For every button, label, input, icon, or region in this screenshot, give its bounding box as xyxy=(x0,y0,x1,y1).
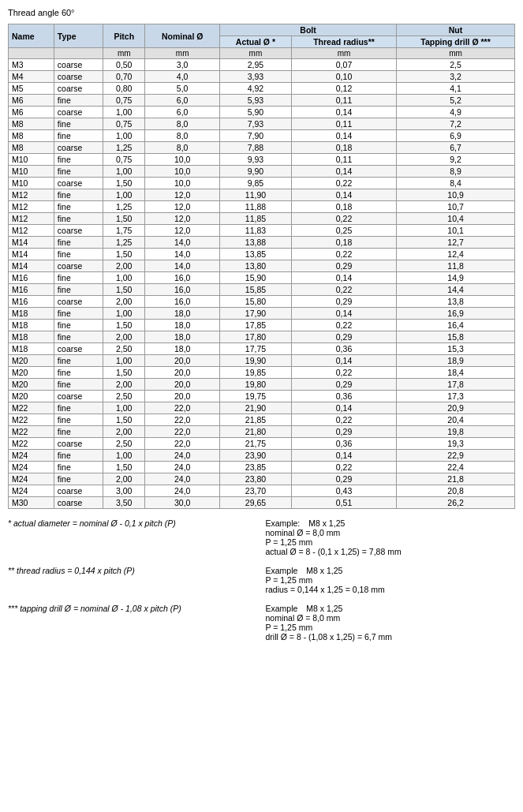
bolt-header: Bolt xyxy=(219,24,396,36)
table-row: M5coarse0,805,04,920,124,1 xyxy=(9,83,515,95)
unit-pitch: mm xyxy=(103,48,145,59)
table-row: M22fine2,0022,021,800,2919,8 xyxy=(9,426,515,438)
table-row: M12coarse1,7512,011,830,2510,1 xyxy=(9,225,515,237)
table-row: M18fine2,0018,017,800,2915,8 xyxy=(9,331,515,343)
fn1-text: * actual diameter = nominal Ø - 0,1 x pi… xyxy=(8,518,176,528)
table-row: M20fine1,5020,019,850,2218,4 xyxy=(9,367,515,379)
table-row: M10fine1,0010,09,900,148,9 xyxy=(9,166,515,178)
col-header-pitch: Pitch xyxy=(103,24,145,48)
unit-type xyxy=(54,48,103,59)
table-row: M18fine1,0018,017,900,1416,9 xyxy=(9,308,515,320)
unit-radius: mm xyxy=(291,48,396,59)
fn3-example-label: Example xyxy=(266,604,298,613)
table-row: M16fine1,5016,015,850,2214,4 xyxy=(9,284,515,296)
footnote-1: * actual diameter = nominal Ø - 0,1 x pi… xyxy=(8,518,515,556)
col-header-tapping: Tapping drill Ø *** xyxy=(397,36,515,48)
col-header-name: Name xyxy=(9,24,54,48)
table-row: M22coarse2,5022,021,750,3619,3 xyxy=(9,438,515,450)
unit-name xyxy=(9,48,54,59)
table-row: M12fine1,5012,011,850,2210,4 xyxy=(9,213,515,225)
table-row: M12fine1,2512,011,880,1810,7 xyxy=(9,201,515,213)
table-row: M20fine1,0020,019,900,1418,9 xyxy=(9,355,515,367)
table-row: M16coarse2,0016,015,800,2913,8 xyxy=(9,296,515,308)
table-row: M22fine1,5022,021,850,2220,4 xyxy=(9,414,515,426)
table-row: M18coarse2,5018,017,750,3615,3 xyxy=(9,343,515,355)
table-row: M6fine0,756,05,930,115,2 xyxy=(9,95,515,107)
footnote-2: ** thread radius = 0,144 x pitch (P) Exa… xyxy=(8,566,515,594)
table-row: M8coarse1,258,07,880,186,7 xyxy=(9,142,515,154)
fn1-example-label: Example: xyxy=(266,518,301,528)
nut-header: Nut xyxy=(397,24,515,36)
table-row: M24fine1,5024,023,850,2222,4 xyxy=(9,462,515,473)
thread-angle: Thread angle 60° xyxy=(8,8,515,17)
col-header-nominal: Nominal Ø xyxy=(145,24,220,48)
col-header-thread-radius: Thread radius** xyxy=(291,36,396,48)
unit-actual: mm xyxy=(219,48,291,59)
table-row: M20fine2,0020,019,800,2917,8 xyxy=(9,379,515,391)
table-row: M8fine0,758,07,930,117,2 xyxy=(9,118,515,130)
table-row: M14fine1,2514,013,880,1812,7 xyxy=(9,237,515,249)
table-row: M14fine1,5014,013,850,2212,4 xyxy=(9,249,515,260)
col-header-actual: Actual Ø * xyxy=(219,36,291,48)
table-row: M18fine1,5018,017,850,2216,4 xyxy=(9,320,515,331)
table-row: M16fine1,0016,015,900,1414,9 xyxy=(9,272,515,284)
table-row: M22fine1,0022,021,900,1420,9 xyxy=(9,402,515,414)
table-row: M24fine2,0024,023,800,2921,8 xyxy=(9,473,515,485)
fn2-example-label: Example xyxy=(266,566,298,575)
table-row: M10fine0,7510,09,930,119,2 xyxy=(9,154,515,166)
table-row: M24coarse3,0024,023,700,4320,8 xyxy=(9,485,515,497)
table-row: M6coarse1,006,05,900,144,9 xyxy=(9,107,515,118)
footnotes: * actual diameter = nominal Ø - 0,1 x pi… xyxy=(8,518,515,642)
col-header-type: Type xyxy=(54,24,103,48)
table-row: M10coarse1,5010,09,850,228,4 xyxy=(9,178,515,189)
footnote-3: *** tapping drill Ø = nominal Ø - 1,08 x… xyxy=(8,604,515,642)
table-row: M12fine1,0012,011,900,1410,9 xyxy=(9,189,515,201)
fn3-text: *** tapping drill Ø = nominal Ø - 1,08 x… xyxy=(8,604,181,613)
unit-nominal: mm xyxy=(145,48,220,59)
fn2-text: ** thread radius = 0,144 x pitch (P) xyxy=(8,566,135,575)
table-row: M8fine1,008,07,900,146,9 xyxy=(9,130,515,142)
unit-tapping: mm xyxy=(397,48,515,59)
table-row: M4coarse0,704,03,930,103,2 xyxy=(9,71,515,83)
table-row: M20coarse2,5020,019,750,3617,3 xyxy=(9,391,515,402)
thread-table: Name Type Pitch Nominal Ø Bolt Nut Actua… xyxy=(8,24,515,509)
table-row: M24fine1,0024,023,900,1422,9 xyxy=(9,450,515,462)
table-row: M3coarse0,503,02,950,072,5 xyxy=(9,59,515,71)
table-row: M14coarse2,0014,013,800,2911,8 xyxy=(9,260,515,272)
table-row: M30coarse3,5030,029,650,5126,2 xyxy=(9,497,515,509)
